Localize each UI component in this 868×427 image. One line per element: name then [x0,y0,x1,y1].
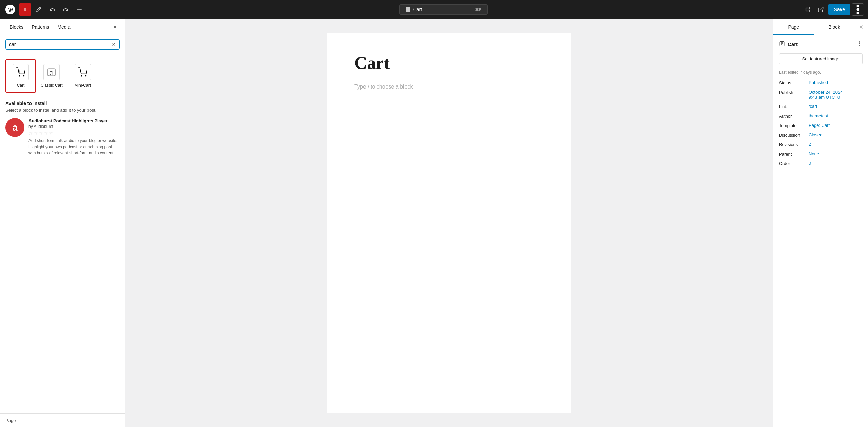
editor-area[interactable]: Cart Type / to choose a block [125,19,773,427]
classic-cart-block-icon: [/] [43,64,60,80]
tab-patterns[interactable]: Patterns [27,20,53,34]
block-inserter-sidebar: Blocks Patterns Media [0,19,125,427]
search-clear-button[interactable] [111,42,116,47]
meta-row-revisions: Revisions 2 [779,142,863,147]
star-1: ☆ [28,130,33,136]
available-to-install-section: Available to install Select a block to i… [0,95,125,161]
meta-value-publish[interactable]: October 24, 2024 9:43 am UTC+0 [809,90,843,100]
meta-label-template: Template [779,123,806,128]
tab-block[interactable]: Block [814,19,855,35]
plugin-stars: ☆ ☆ ☆ ☆ ☆ [28,130,120,136]
meta-row-parent: Parent None [779,151,863,157]
main-toolbar: Cart ⌘K Save [0,0,868,19]
wp-logo[interactable] [4,3,16,16]
command-search[interactable]: Cart ⌘K [399,4,488,15]
meta-label-link: Link [779,104,806,109]
panel-header: Cart [779,41,863,48]
block-item-mini-cart[interactable]: Mini-Cart [67,59,98,93]
last-edited-text: Last edited 7 days ago. [779,70,863,75]
meta-row-author: Author themetest [779,113,863,119]
meta-row-discussion: Discussion Closed [779,132,863,138]
block-grid: Cart [/] Classic Cart [0,54,125,95]
right-sidebar-body: Cart Set featured image Last edited 7 da… [773,35,868,427]
star-5: ☆ [49,130,53,136]
plugin-description: Add short-form talk-audio to your blog o… [28,138,120,156]
meta-value-revisions[interactable]: 2 [809,142,811,147]
meta-value-order[interactable]: 0 [809,161,811,166]
panel-title: Cart [788,41,854,47]
meta-label-author: Author [779,113,806,119]
svg-point-32 [859,43,860,44]
editor-placeholder[interactable]: Type / to choose a block [354,84,544,90]
meta-row-publish: Publish October 24, 2024 9:43 am UTC+0 [779,90,863,100]
page-meta: Status Published Publish October 24, 202… [779,80,863,166]
available-subtitle: Select a block to install and add it to … [5,108,120,113]
svg-point-19 [23,75,24,76]
document-icon [405,7,411,12]
svg-rect-6 [805,7,807,9]
svg-rect-20 [19,71,20,73]
command-search-left: Cart [405,7,422,12]
meta-value-author[interactable]: themetest [809,113,828,118]
view-button[interactable] [801,3,813,16]
block-item-cart[interactable]: Cart [5,59,36,93]
meta-row-link: Link /cart [779,104,863,109]
redo-button[interactable] [60,3,72,16]
svg-rect-8 [805,10,807,12]
star-4: ☆ [44,130,48,136]
star-2: ☆ [34,130,38,136]
meta-row-status: Status Published [779,80,863,85]
plugin-item[interactable]: a Audioburst Podcast Highlights Player b… [5,118,120,156]
page-title: Cart [413,7,422,12]
star-3: ☆ [39,130,43,136]
svg-rect-9 [808,10,810,12]
main-layout: Blocks Patterns Media [0,19,868,427]
meta-label-publish: Publish [779,90,806,95]
tab-media[interactable]: Media [53,20,74,34]
block-search-container [0,35,125,54]
mini-cart-block-icon [75,64,91,80]
panel-options-button[interactable] [856,41,863,48]
meta-label-status: Status [779,80,806,85]
plugin-author: by Audioburst [28,124,120,129]
meta-label-order: Order [779,161,806,166]
options-button[interactable] [852,3,864,16]
meta-value-link[interactable]: /cart [809,104,817,109]
right-sidebar-tabs: Page Block [773,19,868,35]
svg-point-11 [857,5,859,7]
set-featured-image-button[interactable]: Set featured image [779,53,863,64]
tab-blocks[interactable]: Blocks [5,20,27,34]
preview-button[interactable] [815,3,827,16]
meta-label-discussion: Discussion [779,132,806,138]
inserter-tabs: Blocks Patterns Media [0,19,125,35]
plugin-avatar: a [5,118,24,137]
meta-label-revisions: Revisions [779,142,806,147]
edit-button[interactable] [33,3,45,16]
meta-value-status[interactable]: Published [809,80,828,85]
meta-value-template[interactable]: Page: Cart [809,123,830,128]
svg-text:[/]: [/] [50,71,53,75]
toolbar-right: Save [801,3,864,16]
svg-point-24 [85,75,86,76]
close-right-sidebar-button[interactable] [854,20,868,34]
meta-value-discussion[interactable]: Closed [809,132,822,137]
save-button[interactable]: Save [828,4,850,15]
meta-value-parent[interactable]: None [809,151,819,156]
svg-point-13 [857,12,859,14]
plugin-name: Audioburst Podcast Highlights Player [28,118,120,124]
tab-page[interactable]: Page [773,19,814,35]
svg-point-18 [19,75,20,76]
undo-button[interactable] [46,3,58,16]
svg-point-12 [857,9,859,10]
close-sidebar-button[interactable] [110,22,120,32]
block-search-input[interactable] [9,42,109,47]
panel-header-icon [779,41,785,48]
tools-button[interactable] [73,3,85,16]
close-inserter-button[interactable] [19,3,31,16]
toolbar-center: Cart ⌘K [87,4,800,15]
meta-row-template: Template Page: Cart [779,123,863,128]
right-sidebar: Page Block Cart [773,19,868,427]
block-item-classic-cart[interactable]: [/] Classic Cart [36,59,67,93]
block-label-classic-cart: Classic Cart [41,83,63,88]
editor-title[interactable]: Cart [354,53,544,73]
